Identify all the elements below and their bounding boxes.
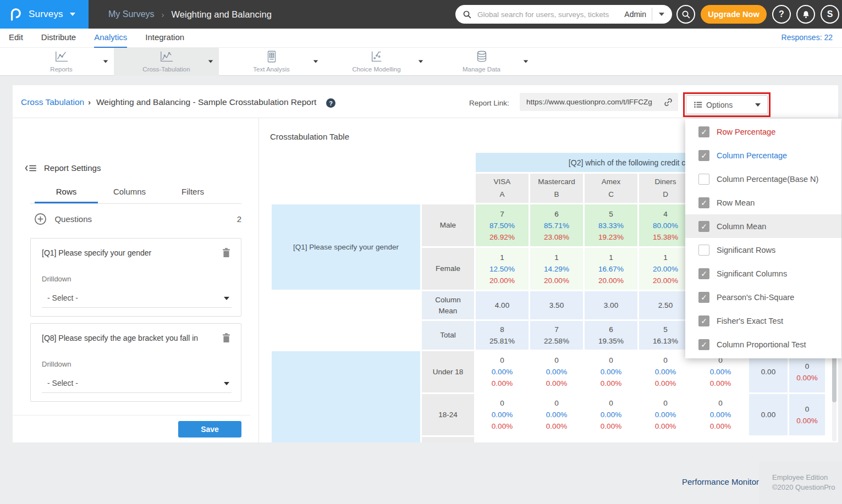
checkbox-icon[interactable]	[698, 245, 709, 256]
toolbar-label: Manage Data	[429, 66, 534, 73]
option-label: Column Proportional Test	[717, 340, 806, 349]
breadcrumb-separator: ›	[88, 97, 91, 107]
options-dropdown-menu: ✓ Row Percentage ✓ Column Percentage Col…	[685, 119, 841, 358]
checkbox-icon[interactable]: ✓	[698, 315, 709, 326]
chevron-down-icon[interactable]	[103, 60, 108, 63]
option-label: Column Mean	[717, 222, 766, 231]
data-cell: 4.00	[476, 291, 529, 319]
link-icon[interactable]	[663, 97, 673, 107]
upgrade-now-button[interactable]: Upgrade Now	[701, 5, 767, 24]
nav-tab-integration[interactable]: Integration	[145, 29, 184, 48]
checkbox-icon[interactable]: ✓	[698, 221, 709, 232]
data-cell	[585, 437, 637, 442]
option-label: Significant Columns	[717, 269, 787, 278]
data-cell: 00.00%0.00%	[476, 394, 529, 435]
app-logo[interactable]: Surveys	[0, 0, 89, 29]
toolbar-manage-data[interactable]: Manage Data	[429, 48, 534, 76]
search-button[interactable]	[676, 5, 695, 24]
checkbox-icon[interactable]: ✓	[698, 150, 709, 161]
avatar[interactable]: S	[821, 5, 839, 24]
trash-icon[interactable]	[222, 333, 231, 344]
data-cell: 583.33%19.23%	[585, 204, 637, 246]
report-settings-toggle[interactable]: Report Settings	[25, 163, 101, 173]
select-value: - Select -	[47, 379, 78, 387]
nav-tab-edit[interactable]: Edit	[9, 29, 23, 48]
toolbar-label: Cross-Tabulation	[114, 66, 219, 73]
settings-tabs: RowsColumnsFilters	[35, 187, 224, 203]
data-cell: 114.29%20.00%	[530, 248, 583, 290]
toolbar-choice-modelling[interactable]: Choice Modelling	[324, 48, 429, 76]
options-button[interactable]: Options	[686, 95, 768, 114]
help-button[interactable]: ?	[772, 5, 791, 24]
data-cell: 00.00%0.00%	[476, 351, 529, 392]
choice-modelling-icon	[370, 50, 384, 63]
report-link-field[interactable]: https://www.questionpro.com/t/lFFCZg	[520, 93, 678, 111]
toolbar-reports[interactable]: Reports	[9, 48, 114, 76]
questionpro-logo-icon	[9, 7, 21, 22]
option-column-proportional-test[interactable]: ✓ Column Proportional Test	[685, 333, 841, 356]
questions-count: 2	[237, 214, 241, 224]
data-cell: 619.35%	[585, 321, 637, 350]
option-fisher-s-exact-test[interactable]: ✓ Fisher's Exact Test	[685, 309, 841, 333]
notifications-button[interactable]	[796, 5, 815, 24]
toolbar-label: Choice Modelling	[324, 66, 429, 73]
option-column-percentage[interactable]: ✓ Column Percentage	[685, 143, 841, 167]
data-cell: 112.50%20.00%	[476, 248, 529, 290]
nav-tabs: EditDistributeAnalyticsIntegration	[9, 29, 184, 48]
settings-tab-filters[interactable]: Filters	[161, 187, 224, 203]
chevron-down-icon[interactable]	[313, 60, 318, 63]
toolbar-cross-tabulation[interactable]: Cross-Tabulation	[114, 48, 219, 76]
checkbox-icon[interactable]: ✓	[698, 197, 709, 208]
checkbox-icon[interactable]	[698, 174, 709, 185]
option-label: Pearson's Chi-Square	[717, 293, 794, 302]
help-icon[interactable]: ?	[326, 98, 335, 108]
chevron-down-icon	[224, 382, 229, 385]
chevron-down-icon[interactable]	[524, 60, 529, 63]
breadcrumb: My Surveys › Weighting and Balancing	[108, 0, 272, 29]
row-label	[422, 437, 474, 442]
option-row-percentage[interactable]: ✓ Row Percentage	[685, 120, 841, 143]
divider	[652, 8, 652, 21]
option-row-mean[interactable]: ✓ Row Mean	[685, 191, 841, 214]
data-cell: 00.00%0.00%	[694, 394, 747, 435]
data-cell: 0.00	[749, 394, 788, 435]
save-button[interactable]: Save	[178, 421, 241, 437]
drilldown-select[interactable]: - Select -	[42, 290, 232, 308]
settings-tab-columns[interactable]: Columns	[98, 187, 161, 203]
option-label: Column Percentage(Base N)	[717, 175, 818, 184]
data-cell: 480.00%15.38%	[639, 204, 692, 246]
breadcrumb-current: Weighting and Balancing	[172, 9, 272, 20]
breadcrumb-my-surveys[interactable]: My Surveys	[108, 9, 155, 19]
toolbar-text-analysis[interactable]: Text Analysis	[219, 48, 324, 76]
checkbox-icon[interactable]: ✓	[698, 292, 709, 303]
drilldown-select[interactable]: - Select -	[42, 375, 232, 393]
search-scope-selector[interactable]: Admin	[624, 10, 646, 19]
performance-monitor-link[interactable]: Performance Monitor	[682, 477, 759, 486]
option-significant-rows[interactable]: Significant Rows	[685, 238, 841, 262]
data-cell: 00.00%0.00%	[639, 351, 692, 392]
option-column-mean[interactable]: ✓ Column Mean	[685, 214, 841, 238]
checkbox-icon[interactable]: ✓	[698, 268, 709, 279]
option-significant-columns[interactable]: ✓ Significant Columns	[685, 262, 841, 285]
chevron-down-icon[interactable]	[659, 13, 664, 16]
data-cell: 825.81%	[476, 321, 529, 350]
chevron-down-icon[interactable]	[419, 60, 423, 63]
settings-tab-rows[interactable]: Rows	[35, 187, 98, 203]
checkbox-icon[interactable]: ✓	[698, 126, 709, 137]
report-url[interactable]: https://www.questionpro.com/t/lFFCZg	[526, 98, 663, 106]
add-question-icon[interactable]	[34, 213, 47, 225]
nav-tab-distribute[interactable]: Distribute	[41, 29, 76, 48]
checkbox-icon[interactable]: ✓	[698, 339, 709, 350]
option-pearson-s-chi-square[interactable]: ✓ Pearson's Chi-Square	[685, 285, 841, 309]
chevron-down-icon[interactable]	[208, 60, 213, 63]
nav-tab-analytics[interactable]: Analytics	[94, 29, 127, 48]
chevron-down-icon[interactable]	[70, 13, 75, 16]
trash-icon[interactable]	[222, 247, 231, 258]
data-cell	[639, 437, 692, 442]
cross-tabulation-link[interactable]: Cross Tabulation	[21, 97, 84, 107]
option-column-percentage-base-n[interactable]: Column Percentage(Base N)	[685, 167, 841, 191]
chevron-down-icon	[755, 103, 761, 107]
search-input[interactable]	[476, 10, 622, 19]
edition-box: Employee Edition ©2020 QuestionPro	[759, 462, 842, 504]
divider	[13, 415, 250, 416]
